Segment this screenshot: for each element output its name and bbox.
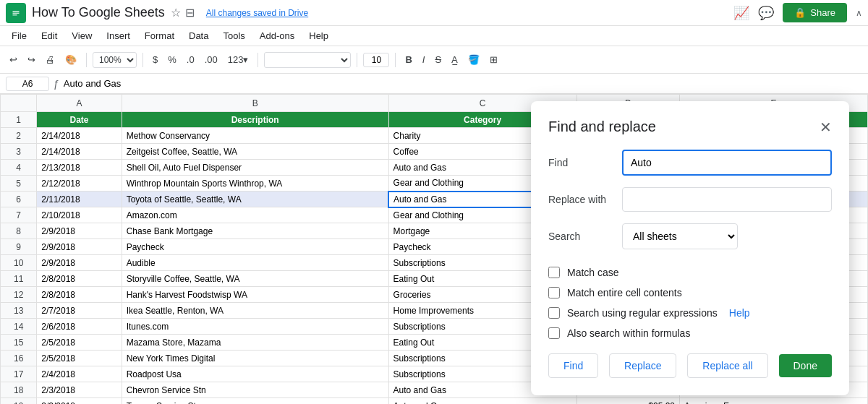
cell-9b[interactable]: Paycheck bbox=[122, 239, 388, 255]
zoom-select[interactable]: 100% bbox=[93, 52, 137, 68]
cell-3a[interactable]: 2/14/2018 bbox=[37, 144, 122, 160]
cell-18a[interactable]: 2/3/2018 bbox=[37, 382, 122, 398]
menu-tools[interactable]: Tools bbox=[217, 29, 250, 43]
cell-15a[interactable]: 2/5/2018 bbox=[37, 335, 122, 351]
replace-button[interactable]: Replace bbox=[609, 353, 676, 378]
regex-row: Search using regular expressions Help bbox=[548, 307, 832, 319]
col-header-b[interactable]: B bbox=[122, 95, 388, 112]
cell-2b[interactable]: Methow Conservancy bbox=[122, 128, 388, 144]
cell-10b[interactable]: Audible bbox=[122, 255, 388, 271]
borders-button[interactable]: ⊞ bbox=[486, 52, 501, 67]
menu-edit[interactable]: Edit bbox=[35, 29, 63, 43]
cell-11b[interactable]: Storyville Coffee, Seattle, WA bbox=[122, 271, 388, 287]
cell-13a[interactable]: 2/7/2018 bbox=[37, 303, 122, 319]
row-num-7: 7 bbox=[1, 207, 37, 223]
cell-19d[interactable]: -$25.28 bbox=[576, 398, 680, 405]
cell-8b[interactable]: Chase Bank Mortgage bbox=[122, 223, 388, 239]
chart-icon[interactable]: 📈 bbox=[733, 5, 749, 21]
cell-7a[interactable]: 2/10/2018 bbox=[37, 207, 122, 223]
font-color-button[interactable]: A̲ bbox=[448, 52, 461, 67]
star-icon[interactable]: ☆ bbox=[171, 6, 181, 20]
menu-insert[interactable]: Insert bbox=[101, 29, 136, 43]
cell-1b[interactable]: Description bbox=[122, 112, 388, 128]
find-input[interactable] bbox=[622, 150, 832, 176]
format-123-button[interactable]: 123▾ bbox=[224, 52, 252, 67]
cell-9a[interactable]: 2/9/2018 bbox=[37, 239, 122, 255]
cell-19b[interactable]: Texaco Service Stn bbox=[122, 398, 388, 405]
search-select[interactable]: All sheets This sheet Specific range bbox=[622, 223, 738, 249]
cell-17b[interactable]: Roadpost Usa bbox=[122, 366, 388, 382]
find-replace-dialog: Find and replace ✕ Find Replace with Sea… bbox=[531, 101, 849, 395]
cell-4a[interactable]: 2/13/2018 bbox=[37, 160, 122, 176]
percent-button[interactable]: % bbox=[164, 52, 180, 67]
cell-16b[interactable]: New York Times Digital bbox=[122, 351, 388, 366]
cell-5a[interactable]: 2/12/2018 bbox=[37, 176, 122, 192]
italic-button[interactable]: I bbox=[419, 52, 429, 67]
done-button[interactable]: Done bbox=[779, 354, 832, 377]
font-select[interactable] bbox=[264, 52, 351, 68]
bold-button[interactable]: B bbox=[401, 52, 415, 67]
cell-5b[interactable]: Winthrop Mountain Sports Winthrop, WA bbox=[122, 176, 388, 192]
cell-17a[interactable]: 2/4/2018 bbox=[37, 366, 122, 382]
col-header-a[interactable]: A bbox=[37, 95, 122, 112]
menu-bar: File Edit View Insert Format Data Tools … bbox=[0, 26, 868, 46]
font-size-input[interactable] bbox=[363, 53, 389, 67]
cell-13b[interactable]: Ikea Seattle, Renton, WA bbox=[122, 303, 388, 319]
cell-18b[interactable]: Chevron Service Stn bbox=[122, 382, 388, 398]
strikethrough-button[interactable]: S bbox=[431, 52, 445, 67]
menu-addons[interactable]: Add-ons bbox=[254, 29, 300, 43]
comment-icon[interactable]: 💬 bbox=[758, 5, 774, 21]
print-button[interactable]: 🖨 bbox=[42, 52, 59, 67]
menu-data[interactable]: Data bbox=[183, 29, 214, 43]
cell-19e[interactable]: American Express bbox=[680, 398, 868, 405]
cell-19a[interactable]: 2/2/2018 bbox=[37, 398, 122, 405]
title-icons: ☆ ⊟ bbox=[171, 6, 195, 20]
match-entire-label: Match entire cell contents bbox=[567, 287, 682, 298]
match-case-checkbox[interactable] bbox=[548, 267, 560, 278]
menu-help[interactable]: Help bbox=[303, 29, 334, 43]
cell-19c[interactable]: Auto and Gas bbox=[388, 398, 576, 405]
collapse-icon[interactable]: ∧ bbox=[856, 8, 862, 18]
replace-all-button[interactable]: Replace all bbox=[687, 353, 767, 378]
cell-15b[interactable]: Mazama Store, Mazama bbox=[122, 335, 388, 351]
cell-14a[interactable]: 2/6/2018 bbox=[37, 319, 122, 335]
cell-4b[interactable]: Shell Oil, Auto Fuel Dispenser bbox=[122, 160, 388, 176]
replace-label: Replace with bbox=[548, 194, 613, 205]
cell-reference[interactable] bbox=[6, 77, 49, 91]
cell-14b[interactable]: Itunes.com bbox=[122, 319, 388, 335]
formula-search-checkbox[interactable] bbox=[548, 327, 560, 339]
formula-input[interactable] bbox=[64, 78, 862, 89]
cell-1a[interactable]: Date bbox=[37, 112, 122, 128]
menu-file[interactable]: File bbox=[6, 29, 33, 43]
cell-8a[interactable]: 2/9/2018 bbox=[37, 223, 122, 239]
undo-button[interactable]: ↩ bbox=[6, 52, 21, 67]
cell-7b[interactable]: Amazon.com bbox=[122, 207, 388, 223]
redo-button[interactable]: ↪ bbox=[24, 52, 39, 67]
close-dialog-button[interactable]: ✕ bbox=[820, 120, 832, 134]
row-num-14: 14 bbox=[1, 319, 37, 335]
paint-format-button[interactable]: 🎨 bbox=[61, 52, 80, 67]
replace-input[interactable] bbox=[622, 187, 832, 212]
cell-6b[interactable]: Toyota of Seattle, Seattle, WA bbox=[122, 192, 388, 207]
cell-12b[interactable]: Hank's Harvest Foodstwisp WA bbox=[122, 287, 388, 303]
dialog-header: Find and replace ✕ bbox=[548, 119, 832, 135]
cell-16a[interactable]: 2/5/2018 bbox=[37, 351, 122, 366]
share-button[interactable]: 🔒 Share bbox=[783, 3, 847, 22]
cell-12a[interactable]: 2/8/2018 bbox=[37, 287, 122, 303]
fill-color-button[interactable]: 🪣 bbox=[464, 52, 483, 67]
decimal-less-button[interactable]: .0 bbox=[183, 52, 198, 67]
cell-10a[interactable]: 2/9/2018 bbox=[37, 255, 122, 271]
regex-checkbox[interactable] bbox=[548, 307, 560, 319]
cell-2a[interactable]: 2/14/2018 bbox=[37, 128, 122, 144]
cell-6a[interactable]: 2/11/2018 bbox=[37, 192, 122, 207]
menu-format[interactable]: Format bbox=[139, 29, 180, 43]
match-entire-checkbox[interactable] bbox=[548, 287, 560, 298]
menu-view[interactable]: View bbox=[66, 29, 98, 43]
find-button[interactable]: Find bbox=[548, 353, 598, 378]
currency-button[interactable]: $ bbox=[149, 52, 161, 67]
help-link[interactable]: Help bbox=[729, 307, 750, 319]
drive-icon[interactable]: ⊟ bbox=[185, 6, 195, 20]
cell-11a[interactable]: 2/8/2018 bbox=[37, 271, 122, 287]
cell-3b[interactable]: Zeitgeist Coffee, Seattle, WA bbox=[122, 144, 388, 160]
decimal-more-button[interactable]: .00 bbox=[201, 52, 221, 67]
